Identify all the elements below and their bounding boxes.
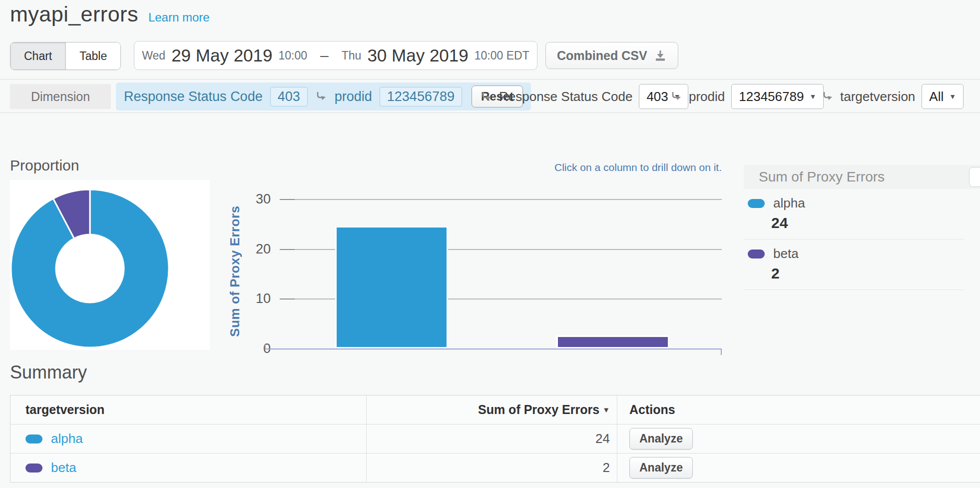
proportion-donut-chart	[10, 180, 210, 350]
combined-csv-button[interactable]: Combined CSV	[545, 42, 678, 69]
alpha-link[interactable]: alpha	[51, 431, 83, 446]
dropdown-caret-icon: ▼	[809, 92, 816, 100]
end-date: 30 May 2019	[367, 46, 468, 66]
beta-swatch	[748, 250, 765, 258]
summary-title: Summary	[10, 362, 87, 383]
start-day: Wed	[142, 49, 165, 62]
drilldown-group: Response Status Code 403 ▼	[481, 82, 688, 110]
bar-chart-plot-area: 3020100	[280, 199, 722, 348]
end-day: Thu	[342, 49, 362, 62]
drilldown-arrow-icon	[670, 90, 682, 102]
filter-value[interactable]: 403	[270, 87, 308, 106]
legend-value: 24	[744, 211, 980, 239]
divider	[0, 112, 980, 113]
active-filter-bar: Response Status Code 403 prodid 12345678…	[116, 82, 531, 110]
analyze-button[interactable]: Analyze	[629, 457, 693, 478]
y-axis-tick-label: 10	[235, 291, 271, 306]
drilldown-arrow-icon	[481, 90, 492, 102]
table-row: alpha 24 Analyze	[10, 424, 980, 454]
legend-header: Sum of Proxy Errors	[744, 165, 980, 189]
filter-name: Response Status Code	[124, 89, 263, 104]
date-range-picker[interactable]: Wed 29 May 2019 10:00 – Thu 30 May 2019 …	[134, 41, 537, 70]
drilldown-group: prodid 123456789 ▼	[670, 82, 824, 110]
select-value: All	[929, 89, 944, 104]
divider	[0, 79, 980, 80]
column-header-targetversion: targetversion	[10, 396, 367, 424]
legend-label: alpha	[773, 196, 805, 211]
drilldown-name: prodid	[689, 89, 725, 104]
drilldown-arrow-icon	[315, 90, 327, 102]
end-time: 10:00 EDT	[475, 49, 529, 62]
date-range-separator: –	[320, 47, 329, 64]
chart-toggle-button[interactable]: Chart	[10, 42, 66, 70]
beta-link[interactable]: beta	[51, 460, 76, 476]
x-axis-baseline	[265, 348, 722, 350]
summary-table: targetversion Sum of Proxy Errors ▼ Acti…	[10, 395, 980, 482]
alpha-swatch	[748, 199, 765, 208]
divider	[744, 290, 964, 290]
bar-beta[interactable]	[556, 336, 669, 348]
drilldown-group: targetversion All ▼	[822, 82, 964, 110]
drilldown-name: targetversion	[840, 89, 915, 104]
beta-swatch	[25, 464, 42, 472]
proportion-title: Proportion	[10, 157, 79, 174]
analyze-button[interactable]: Analyze	[629, 428, 693, 450]
legend-panel: Sum of Proxy Errors alpha 24 beta 2	[744, 165, 980, 290]
legend-item: beta	[744, 240, 980, 262]
y-axis-tick-label: 30	[235, 192, 271, 207]
download-icon	[654, 49, 667, 62]
legend-title: Sum of Proxy Errors	[759, 169, 885, 185]
combined-csv-label: Combined CSV	[557, 48, 647, 63]
table-row: beta 2 Analyze	[10, 454, 980, 482]
sort-descending-icon[interactable]: ▼	[602, 406, 610, 414]
page-title: myapi_errors	[10, 2, 138, 26]
table-header-row: targetversion Sum of Proxy Errors ▼ Acti…	[10, 396, 980, 424]
drilldown-hint-text: Click on a column to drill down on it.	[502, 162, 722, 174]
targetversion-select[interactable]: All ▼	[922, 84, 964, 109]
column-header-label: Sum of Proxy Errors	[478, 402, 599, 417]
start-date: 29 May 2019	[171, 46, 272, 66]
dimension-label: Dimension	[10, 84, 111, 109]
gridline	[280, 199, 722, 200]
bar-alpha[interactable]	[335, 226, 448, 348]
row-value: 2	[603, 460, 610, 476]
legend-label: beta	[773, 246, 799, 262]
select-value: 123456789	[739, 89, 804, 104]
dropdown-caret-icon: ▼	[949, 92, 956, 100]
column-header-actions: Actions	[617, 396, 980, 424]
row-value: 24	[595, 431, 610, 446]
view-toggle: Chart Table	[10, 42, 121, 70]
legend-collapse-button[interactable]	[969, 167, 980, 187]
legend-value: 2	[744, 262, 980, 290]
start-time: 10:00	[279, 49, 308, 62]
page-header: myapi_errors Learn more	[10, 2, 210, 26]
analytics-dashboard: myapi_errors Learn more Chart Table Wed …	[0, 0, 980, 488]
bar-chart-y-axis-label: Sum of Proxy Errors	[227, 186, 243, 356]
filter-name: prodid	[335, 89, 372, 104]
y-axis-tick-label: 20	[235, 242, 271, 257]
select-value: 403	[646, 89, 668, 104]
alpha-swatch	[25, 434, 42, 444]
drilldown-name: Response Status Code	[499, 89, 632, 104]
learn-more-link[interactable]: Learn more	[148, 10, 210, 24]
legend-item: alpha	[744, 189, 980, 211]
filter-value[interactable]: 123456789	[380, 87, 462, 106]
prodid-select[interactable]: 123456789 ▼	[731, 84, 824, 109]
drilldown-arrow-icon	[822, 90, 834, 102]
table-toggle-button[interactable]: Table	[66, 42, 120, 70]
column-header-sum-of-proxy-errors: Sum of Proxy Errors ▼	[367, 396, 617, 424]
